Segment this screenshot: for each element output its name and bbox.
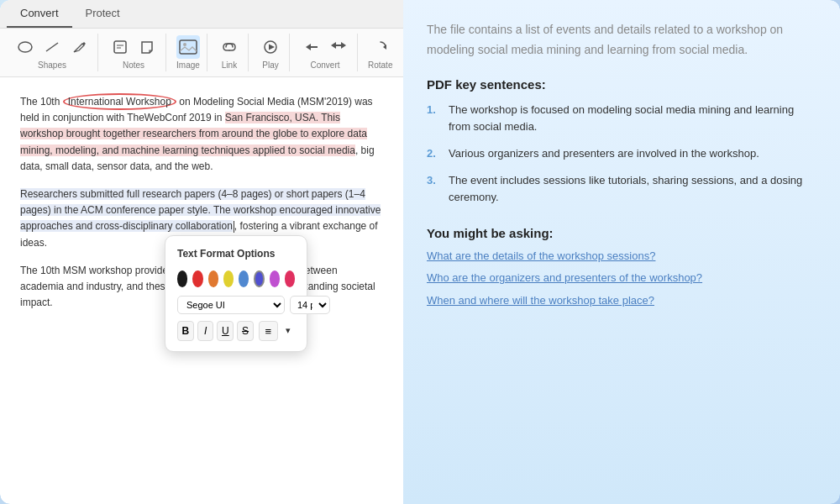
link-icon[interactable] — [218, 35, 241, 59]
popup-title: Text Format Options — [177, 246, 295, 262]
image-icon[interactable] — [176, 35, 200, 59]
swatch-purple[interactable] — [270, 270, 280, 287]
asking-link-2[interactable]: Who are the organizers and presenters of… — [427, 270, 816, 286]
svg-point-0 — [18, 42, 32, 52]
tab-convert[interactable]: Convert — [7, 0, 72, 28]
text-p1-start: The 10th — [20, 96, 63, 108]
underline-button[interactable]: U — [217, 321, 234, 341]
toolbar-group-rotate: Rotate — [361, 34, 399, 71]
play-icon[interactable] — [259, 35, 282, 59]
note-text-icon[interactable] — [135, 35, 159, 59]
pdf-description: The file contains a list of events and d… — [427, 20, 816, 60]
more-button[interactable]: ▾ — [281, 321, 295, 341]
asking-title: You might be asking: — [427, 226, 816, 240]
pen-icon[interactable] — [67, 35, 91, 59]
circle-annotation: International Workshop — [63, 93, 176, 110]
svg-line-1 — [46, 43, 58, 51]
shapes-label: Shapes — [38, 60, 66, 70]
key-sentence-1: 1. The workshop is focused on modeling s… — [427, 102, 816, 135]
size-select[interactable]: 14 pt 12 pt 16 pt 18 pt — [290, 296, 330, 314]
notes-label: Notes — [123, 60, 144, 70]
swatch-red[interactable] — [192, 270, 202, 287]
convert-label: Convert — [310, 60, 339, 70]
key-sentence-3: 3. The event includes sessions like tuto… — [427, 172, 816, 206]
right-panel: The file contains a list of events and d… — [403, 0, 840, 504]
key-sentence-2: 2. Various organizers and presenters are… — [427, 145, 816, 162]
toolbar-group-convert: Convert — [293, 34, 358, 71]
convert-arrow-icon[interactable] — [327, 35, 350, 59]
italic-button[interactable]: I — [197, 321, 214, 341]
text-format-popup: Text Format Options Segoe UI Arial Tim — [165, 235, 307, 352]
svg-point-6 — [183, 43, 186, 46]
asking-link-3[interactable]: When and where will the workshop take pl… — [427, 293, 816, 308]
play-label: Play — [262, 60, 278, 70]
key-sentences-list: 1. The workshop is focused on modeling s… — [427, 102, 816, 207]
swatch-orange[interactable] — [208, 270, 218, 287]
left-panel: Convert Protect Shapes — [0, 0, 403, 504]
align-button[interactable]: ≡ — [259, 321, 278, 341]
content-area: The 10th International Workshop on Model… — [0, 77, 403, 504]
svg-rect-2 — [114, 41, 126, 53]
asking-section: You might be asking: What are the detail… — [427, 226, 816, 308]
swatch-black[interactable] — [177, 270, 187, 287]
font-row: Segoe UI Arial Times New Roman 14 pt 12 … — [177, 296, 295, 314]
image-label: Image — [176, 60, 200, 70]
font-select[interactable]: Segoe UI Arial Times New Roman — [177, 296, 285, 314]
tab-protect[interactable]: Protect — [72, 0, 134, 28]
asking-link-1[interactable]: What are the details of the workshop ses… — [427, 249, 816, 264]
format-buttons: B I U S ≡ ▾ — [177, 321, 295, 341]
pdf-key-sentences-title: PDF key sentences: — [427, 77, 816, 92]
color-swatches — [177, 270, 295, 287]
strikethrough-button[interactable]: S — [237, 321, 254, 341]
rotate-label: Rotate — [368, 60, 392, 70]
swatch-blue[interactable] — [239, 270, 249, 287]
toolbar-group-link: Link — [211, 34, 249, 71]
toolbar-group-shapes: Shapes — [7, 34, 98, 71]
link-label: Link — [222, 60, 237, 70]
convert-icon[interactable] — [300, 35, 323, 59]
bold-button[interactable]: B — [177, 321, 194, 341]
toolbar-group-image: Image — [170, 34, 207, 71]
swatch-yellow[interactable] — [223, 270, 234, 287]
rotate-icon[interactable] — [369, 35, 392, 59]
swatch-pink[interactable] — [285, 270, 295, 287]
toolbar-group-notes: Notes — [102, 34, 166, 71]
oval-icon[interactable] — [13, 35, 37, 59]
toolbar: Shapes Notes — [0, 29, 403, 77]
note-box-icon[interactable] — [108, 35, 132, 59]
swatch-indigo[interactable] — [254, 270, 264, 287]
top-tabs: Convert Protect — [0, 0, 403, 29]
main-container: Convert Protect Shapes — [0, 0, 840, 504]
toolbar-group-play: Play — [252, 34, 290, 71]
svg-marker-8 — [269, 45, 275, 50]
line-icon[interactable] — [40, 35, 64, 59]
paragraph-1: The 10th International Workshop on Model… — [20, 94, 383, 175]
svg-rect-5 — [180, 40, 197, 54]
